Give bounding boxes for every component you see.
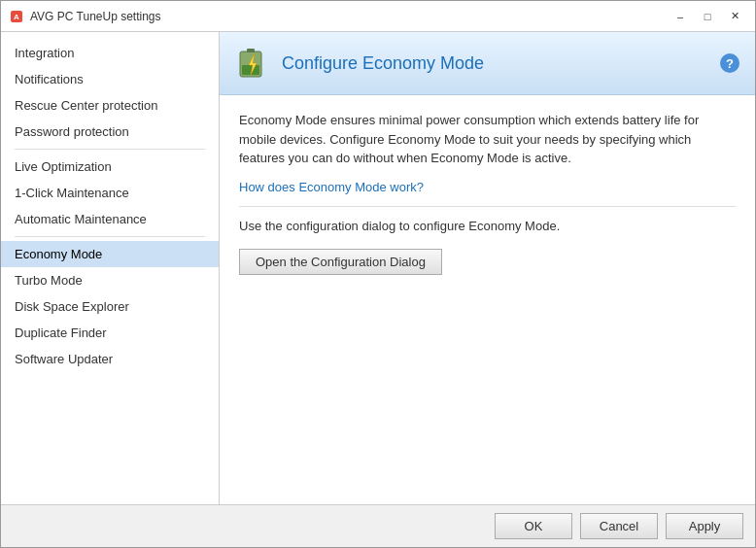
cancel-button[interactable]: Cancel bbox=[580, 513, 658, 539]
sidebar-item-integration[interactable]: Integration bbox=[1, 40, 219, 66]
footer: OK Cancel Apply bbox=[1, 504, 755, 547]
content-area: Configure Economy Mode ? Economy Mode en… bbox=[220, 32, 755, 504]
svg-rect-4 bbox=[242, 65, 259, 75]
window-title: AVG PC TuneUp settings bbox=[30, 10, 668, 23]
content-separator bbox=[239, 206, 736, 207]
close-button[interactable]: ✕ bbox=[722, 7, 747, 26]
apply-button[interactable]: Apply bbox=[666, 513, 743, 539]
svg-text:A: A bbox=[14, 13, 19, 21]
minimize-button[interactable]: – bbox=[668, 7, 693, 26]
sidebar-item-live-optimization[interactable]: Live Optimization bbox=[1, 154, 219, 180]
ok-button[interactable]: OK bbox=[495, 513, 572, 539]
content-header-title: Configure Economy Mode bbox=[282, 53, 484, 74]
content-header: Configure Economy Mode ? bbox=[220, 32, 755, 95]
sidebar-item-software-updater[interactable]: Software Updater bbox=[1, 346, 219, 372]
economy-mode-icon bbox=[235, 46, 270, 81]
window-controls: – □ ✕ bbox=[668, 7, 747, 26]
content-body: Economy Mode ensures minimal power consu… bbox=[220, 95, 755, 504]
help-button[interactable]: ? bbox=[720, 53, 739, 73]
main-content: Integration Notifications Rescue Center … bbox=[1, 32, 755, 504]
maximize-button[interactable]: □ bbox=[695, 7, 720, 26]
sidebar: Integration Notifications Rescue Center … bbox=[1, 32, 220, 504]
sidebar-item-automatic-maintenance[interactable]: Automatic Maintenance bbox=[1, 206, 219, 232]
main-window: A AVG PC TuneUp settings – □ ✕ Integrati… bbox=[0, 0, 756, 548]
use-config-text: Use the configuration dialog to configur… bbox=[239, 219, 736, 233]
app-icon: A bbox=[9, 9, 24, 24]
sidebar-item-turbo-mode[interactable]: Turbo Mode bbox=[1, 267, 219, 293]
sidebar-separator-2 bbox=[15, 236, 205, 237]
open-config-dialog-button[interactable]: Open the Configuration Dialog bbox=[239, 249, 442, 275]
sidebar-item-password-protection[interactable]: Password protection bbox=[1, 119, 219, 145]
sidebar-item-disk-space-explorer[interactable]: Disk Space Explorer bbox=[1, 293, 219, 320]
sidebar-item-1click-maintenance[interactable]: 1-Click Maintenance bbox=[1, 180, 219, 206]
svg-rect-3 bbox=[247, 49, 255, 52]
titlebar: A AVG PC TuneUp settings – □ ✕ bbox=[1, 1, 755, 32]
sidebar-item-duplicate-finder[interactable]: Duplicate Finder bbox=[1, 320, 219, 346]
sidebar-item-notifications[interactable]: Notifications bbox=[1, 66, 219, 92]
description-text: Economy Mode ensures minimal power consu… bbox=[239, 111, 736, 168]
sidebar-item-economy-mode[interactable]: Economy Mode bbox=[1, 241, 219, 267]
sidebar-separator-1 bbox=[15, 149, 205, 150]
sidebar-item-rescue-center[interactable]: Rescue Center protection bbox=[1, 92, 219, 119]
how-does-it-work-link[interactable]: How does Economy Mode work? bbox=[239, 180, 424, 194]
